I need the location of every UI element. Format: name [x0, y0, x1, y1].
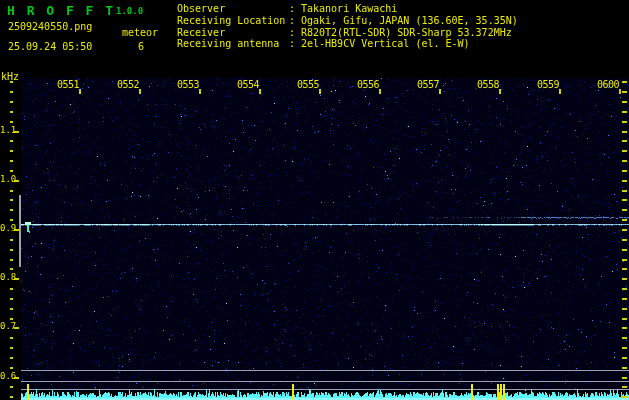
- time-tick-label: 0555: [297, 80, 323, 90]
- time-tick-label: 0557: [417, 80, 443, 90]
- info-value: R820T2(RTL-SDR) SDR-Sharp 53.372MHz: [301, 27, 512, 39]
- freq-tick-label: 1.0: [0, 175, 14, 184]
- info-row-receiver: Receiver:R820T2(RTL-SDR) SDR-Sharp 53.37…: [177, 27, 518, 39]
- info-row-antenna: Receiving antenna:2el-HB9CV Vertical (el…: [177, 38, 518, 50]
- info-separator: :: [289, 3, 301, 15]
- info-separator: :: [289, 38, 301, 50]
- time-tick-label: 0600: [597, 80, 623, 90]
- info-value: 2el-HB9CV Vertical (el. E-W): [301, 38, 470, 50]
- info-value: Ogaki, Gifu, JAPAN (136.60E, 35.35N): [301, 15, 518, 27]
- info-label: Receiver: [177, 27, 289, 39]
- info-label: Observer: [177, 3, 289, 15]
- time-tick-label: 0551: [57, 80, 83, 90]
- time-tick-label: 0558: [477, 80, 503, 90]
- output-filename: 2509240550.png: [8, 22, 92, 32]
- info-separator: :: [289, 15, 301, 27]
- mode-label: meteor: [122, 28, 158, 38]
- info-label: Receiving Location: [177, 15, 289, 27]
- time-tick-label: 0556: [357, 80, 383, 90]
- freq-tick-label: 0.8: [0, 273, 14, 282]
- app-title: H R O F F T: [7, 4, 115, 17]
- station-info: Observer:Takanori Kawachi Receiving Loca…: [177, 3, 518, 50]
- time-tick-label: 0553: [177, 80, 203, 90]
- freq-tick-label: 0.9: [0, 224, 14, 233]
- info-label: Receiving antenna: [177, 38, 289, 50]
- info-separator: :: [289, 27, 301, 39]
- hrofft-output-window: H R O F F T 1.0.0 2509240550.png meteor …: [0, 0, 629, 400]
- app-version: 1.0.0: [116, 7, 143, 16]
- time-tick-label: 0554: [237, 80, 263, 90]
- info-value: Takanori Kawachi: [301, 3, 397, 15]
- time-tick-label: 0559: [537, 80, 563, 90]
- freq-tick-label: 0.7: [0, 322, 14, 331]
- info-row-observer: Observer:Takanori Kawachi: [177, 3, 518, 15]
- datetime-label: 25.09.24 05:50: [8, 42, 92, 52]
- freq-tick-label: 0.6: [0, 372, 14, 381]
- meteor-count: 6: [138, 42, 144, 52]
- freq-tick-label: 1.1: [0, 126, 14, 135]
- freq-axis-unit: kHz: [1, 72, 19, 82]
- spectrogram-canvas: [0, 0, 629, 400]
- info-row-location: Receiving Location:Ogaki, Gifu, JAPAN (1…: [177, 15, 518, 27]
- time-tick-label: 0552: [117, 80, 143, 90]
